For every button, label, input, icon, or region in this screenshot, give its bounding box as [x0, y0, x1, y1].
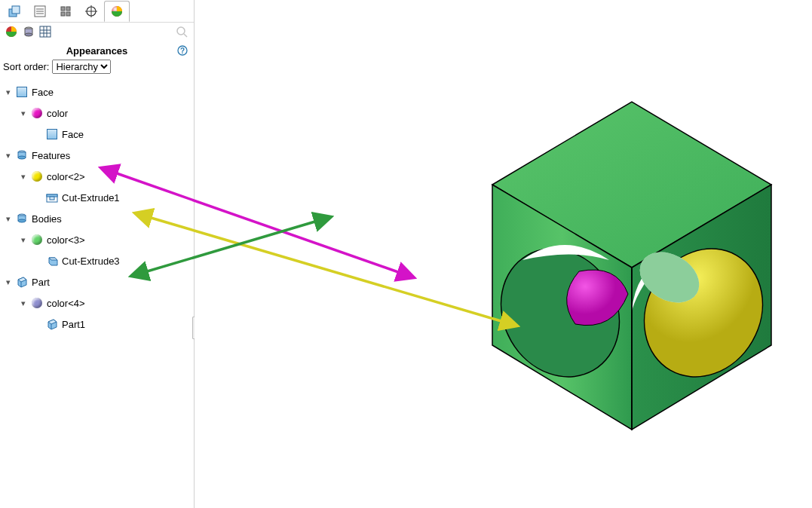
tree-item-face[interactable]: Face	[3, 124, 194, 145]
help-icon[interactable]: ?	[177, 45, 188, 58]
model-view	[195, 0, 812, 508]
color-swatch-icon	[30, 296, 44, 310]
panel-title: Appearances ?	[0, 42, 194, 58]
sphere-rgb-icon	[5, 25, 18, 38]
part-group-icon	[15, 275, 29, 289]
svg-text:?: ?	[180, 47, 185, 55]
svg-rect-18	[40, 26, 51, 37]
sort-label: Sort order:	[3, 61, 49, 72]
config-icon	[59, 5, 72, 18]
tree-item-cut3[interactable]: Cut-Extrude3	[3, 250, 194, 271]
features-group-icon	[15, 148, 29, 162]
sphere-rgb-icon	[110, 5, 124, 18]
tab-dimxpert[interactable]	[78, 1, 104, 22]
decal-subtab[interactable]	[39, 26, 51, 40]
face-icon	[45, 127, 59, 141]
chevron-down-icon: ▾	[18, 172, 29, 182]
panel-title-text: Appearances	[66, 45, 128, 57]
solid-body-icon	[45, 254, 59, 268]
panel-toolbar	[0, 23, 194, 42]
appearance-panel: Appearances ? Sort order: Hierarchy ▾ Fa…	[0, 0, 195, 508]
chevron-down-icon: ▾	[18, 235, 29, 245]
tree-group-features[interactable]: ▾ Features	[3, 145, 194, 166]
svg-point-29	[18, 156, 26, 159]
svg-point-35	[18, 219, 26, 222]
chevron-down-icon: ▾	[3, 151, 14, 161]
cylinder-icon	[23, 26, 35, 38]
svg-rect-32	[50, 197, 54, 200]
tree-label: color<3>	[47, 234, 85, 246]
svg-rect-6	[61, 7, 65, 11]
color-swatch-icon	[30, 233, 44, 246]
tree-group-face[interactable]: ▾ Face	[3, 81, 194, 103]
tree-label: Cut-Extrude3	[62, 256, 120, 267]
chevron-down-icon: ▾	[18, 298, 29, 308]
bodies-group-icon	[15, 212, 29, 225]
cut-extrude-icon	[45, 191, 59, 204]
svg-rect-8	[61, 12, 65, 16]
tab-config[interactable]	[53, 1, 78, 22]
tree-label: Features	[32, 150, 70, 161]
part-icon	[45, 317, 59, 331]
tree-label: color<2>	[47, 171, 85, 182]
target-icon	[84, 5, 98, 18]
face-group-icon	[15, 85, 29, 99]
tree-label: Face	[32, 87, 54, 98]
tree-label: Bodies	[32, 213, 62, 225]
tab-appearance[interactable]	[104, 1, 130, 22]
scene-subtab[interactable]	[23, 26, 35, 40]
svg-line-24	[184, 34, 187, 37]
svg-point-17	[25, 33, 32, 36]
tab-properties[interactable]	[27, 1, 53, 22]
tree-group-bodies[interactable]: ▾ Bodies	[3, 208, 194, 229]
tree-label: color	[47, 108, 68, 119]
svg-rect-1	[12, 6, 20, 14]
appearance-tree: ▾ Face ▾ color Face ▾ Features ▾	[0, 78, 194, 335]
tree-color-features[interactable]: ▾ color<2>	[3, 166, 194, 187]
color-swatch-icon	[30, 170, 44, 183]
svg-rect-9	[66, 12, 70, 16]
tree-label: Face	[62, 129, 84, 140]
properties-icon	[33, 5, 47, 18]
chevron-down-icon: ▾	[3, 87, 14, 97]
panel-tabs	[0, 0, 194, 23]
graphics-viewport[interactable]	[195, 0, 812, 508]
tree-color-face[interactable]: ▾ color	[3, 103, 194, 124]
sort-row: Sort order: Hierarchy	[0, 58, 194, 78]
tree-label: Cut-Extrude1	[62, 192, 120, 204]
grid-icon	[39, 26, 51, 38]
appearance-subtab[interactable]	[5, 25, 18, 41]
search-icon[interactable]	[176, 26, 188, 40]
tree-color-part[interactable]: ▾ color<4>	[3, 292, 194, 314]
tree-label: color<4>	[47, 298, 85, 309]
svg-point-23	[177, 27, 185, 35]
color-swatch-icon	[30, 106, 44, 120]
tree-label: Part1	[62, 319, 85, 330]
tree-item-part1[interactable]: Part1	[3, 314, 194, 335]
tree-group-part[interactable]: ▾ Part	[3, 271, 194, 292]
tree-color-bodies[interactable]: ▾ color<3>	[3, 229, 194, 250]
assembly-icon	[8, 5, 21, 18]
tree-item-cut1[interactable]: Cut-Extrude1	[3, 187, 194, 208]
tree-label: Part	[32, 277, 50, 288]
tab-assembly[interactable]	[2, 1, 27, 22]
svg-rect-7	[66, 7, 70, 11]
sort-select[interactable]: Hierarchy	[52, 60, 111, 74]
chevron-down-icon: ▾	[18, 109, 29, 118]
chevron-down-icon: ▾	[3, 214, 14, 224]
chevron-down-icon: ▾	[3, 277, 14, 287]
